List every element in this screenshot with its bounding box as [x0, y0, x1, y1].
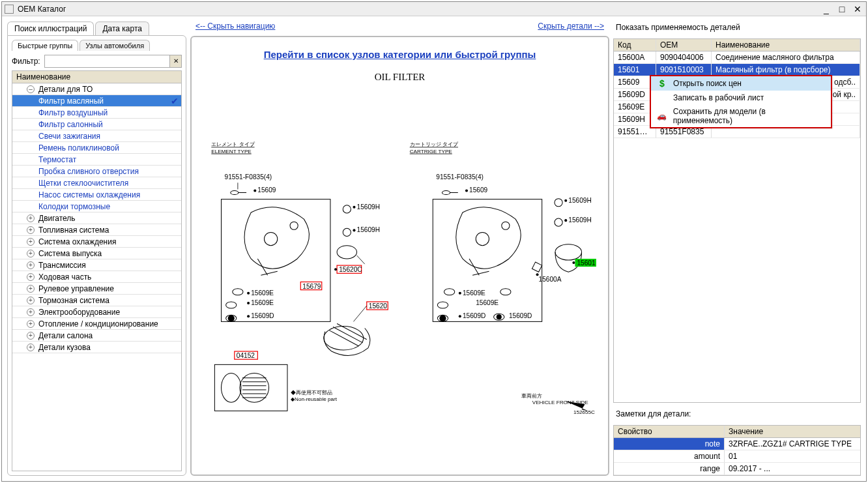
subtab-quick-groups[interactable]: Быстрые группы	[12, 40, 78, 51]
notes-row-selected[interactable]: note 3ZRFAE..ZGZ1# CARTRIGE TYPE	[614, 438, 860, 450]
tree-item-air-filter[interactable]: Фильтр воздушный	[12, 107, 181, 119]
col-oem[interactable]: OEM	[656, 39, 712, 51]
svg-point-45	[459, 292, 461, 295]
app-icon	[5, 5, 14, 14]
expand-icon[interactable]: +	[27, 214, 35, 222]
tree-item-wipers[interactable]: Щетки стеклоочистителя	[12, 177, 181, 189]
svg-point-37	[564, 199, 567, 202]
tree-item-thermostat[interactable]: Термостат	[12, 154, 181, 166]
tree-header: Наименование	[12, 71, 181, 83]
category-list-link[interactable]: Перейти в список узлов категории или быс…	[264, 49, 536, 60]
label-15609E-right-1: 15609E	[463, 289, 485, 297]
tree-group-brakes[interactable]: +Тормозная система	[12, 295, 181, 306]
tree-item-drain-plug[interactable]: Пробка сливного отверстия	[12, 166, 181, 177]
tree-group-transmission[interactable]: +Трансмиссия	[12, 259, 181, 271]
expand-icon[interactable]: +	[27, 273, 35, 281]
svg-line-24	[353, 306, 366, 321]
tree-group-cooling[interactable]: +Система охлаждения	[12, 236, 181, 248]
svg-point-18	[226, 302, 237, 308]
diagram-drawing[interactable]: エレメント タイプ ELEMENT TYPE カートリッジ タイプ CARTRI…	[198, 96, 601, 468]
tree-grid[interactable]: Наименование – Детали для ТО Фильтр масл…	[12, 70, 182, 471]
tree-group-exhaust[interactable]: +Система выпуска	[12, 248, 181, 259]
close-button[interactable]: ✕	[852, 4, 863, 14]
tree-item-label: Фильтр воздушный	[38, 108, 108, 117]
filter-label: Фильтр:	[12, 57, 40, 66]
tree-group-interior[interactable]: +Детали салона	[12, 330, 181, 342]
col-name[interactable]: Наименование	[712, 39, 860, 51]
expand-icon[interactable]: +	[27, 344, 35, 351]
col-code[interactable]: Код	[614, 39, 656, 51]
tree-group-electrical[interactable]: +Электрооборудование	[12, 306, 181, 318]
maximize-button[interactable]: □	[836, 4, 848, 14]
expand-icon[interactable]: +	[27, 320, 35, 328]
hide-nav-link[interactable]: <-- Скрыть навигацию	[195, 22, 275, 31]
menu-open-prices[interactable]: $ Открыть поиск цен	[651, 76, 831, 91]
content-body: Поиск иллюстраций Дата карта Быстрые гру…	[2, 16, 866, 481]
center-panel: <-- Скрыть навигацию Скрыть детали --> П…	[190, 22, 609, 476]
tree-group-engine[interactable]: +Двигатель	[12, 212, 181, 224]
cell-code: 15601	[614, 64, 656, 76]
tab-search-illustrations[interactable]: Поиск иллюстраций	[7, 22, 94, 35]
collapse-icon[interactable]: –	[27, 85, 35, 93]
tree-group-hvac[interactable]: +Отопление / кондиционирование	[12, 318, 181, 330]
svg-point-7	[343, 205, 351, 213]
tree-group-steering[interactable]: +Рулевое управление	[12, 283, 181, 295]
tree-item-cabin-filter[interactable]: Фильтр салонный	[12, 119, 181, 130]
tree-item-brake-pads[interactable]: Колодки тормозные	[12, 201, 181, 212]
expand-icon[interactable]: +	[27, 261, 35, 269]
notes-row[interactable]: range 09.2017 - ...	[614, 463, 860, 475]
svg-point-40	[555, 244, 582, 260]
tree-item-label: Колодки тормозные	[38, 202, 110, 211]
expand-icon[interactable]: +	[27, 226, 35, 234]
note-prop: amount	[614, 450, 725, 462]
tab-date-map[interactable]: Дата карта	[95, 22, 149, 35]
filter-clear-button[interactable]: ✕	[169, 55, 181, 67]
col-property[interactable]: Свойство	[614, 426, 725, 437]
svg-point-39	[564, 219, 567, 222]
tree-group-label: Тормозная система	[38, 296, 109, 305]
tree-group-body[interactable]: +Детали кузова	[12, 342, 181, 353]
notes-row[interactable]: amount 01	[614, 450, 860, 463]
filter-input[interactable]	[45, 55, 169, 67]
label-15609E-left-1: 15609E	[251, 289, 274, 297]
label-15609H-right-2: 15609H	[568, 216, 591, 224]
menu-write-sheet[interactable]: Записать в рабочий лист	[651, 91, 831, 105]
label-15609H-right-1: 15609H	[568, 197, 591, 204]
expand-icon[interactable]: +	[27, 238, 35, 246]
svg-point-8	[353, 206, 355, 209]
label-04152: 04152	[237, 352, 255, 359]
tree-group-label: Рулевое управление	[38, 284, 114, 293]
left-panel: Поиск иллюстраций Дата карта Быстрые гру…	[7, 22, 186, 476]
expand-icon[interactable]: +	[27, 332, 35, 340]
col-value[interactable]: Значение	[725, 426, 860, 437]
svg-point-42	[572, 261, 575, 264]
expand-icon[interactable]: +	[27, 285, 35, 293]
tree-item-belt[interactable]: Ремень поликлиновой	[12, 142, 181, 154]
svg-point-35	[502, 222, 510, 229]
notes-title: Заметки для детали:	[613, 408, 861, 420]
tree-group-service[interactable]: – Детали для ТО	[12, 83, 181, 95]
note-prop: range	[614, 463, 725, 475]
expand-icon[interactable]: +	[27, 250, 35, 257]
table-row[interactable]: 15600A 9090404006 Соединение масляного ф…	[614, 51, 860, 64]
tree-group-chassis[interactable]: +Ходовая часть	[12, 271, 181, 283]
filter-input-wrap: ✕	[44, 55, 182, 68]
tree-group-fuel[interactable]: +Топливная система	[12, 224, 181, 236]
expand-icon[interactable]: +	[27, 308, 35, 316]
tree-item-oil-filter[interactable]: Фильтр масляный ✔	[12, 95, 181, 107]
hide-details-link[interactable]: Скрыть детали -->	[538, 22, 604, 31]
tree-item-spark-plugs[interactable]: Свечи зажигания	[12, 130, 181, 142]
svg-point-46	[500, 289, 511, 295]
expand-icon[interactable]: +	[27, 297, 35, 304]
tree-group-label: Детали салона	[38, 331, 93, 340]
subtab-vehicle-units[interactable]: Узлы автомобиля	[80, 40, 150, 51]
svg-line-12	[357, 256, 365, 264]
tree-item-label: Насос системы охлаждения	[38, 190, 140, 199]
label-15609H-left-1: 15609H	[357, 203, 380, 211]
label-15679: 15679	[302, 283, 321, 290]
svg-point-36	[555, 199, 562, 207]
subhead-left-jp: エレメント タイプ	[211, 141, 255, 147]
tree-item-water-pump[interactable]: Насос системы охлаждения	[12, 189, 181, 201]
menu-save-model[interactable]: 🚗 Сохранить для модели (в применяемость)	[651, 105, 831, 127]
minimize-button[interactable]: _	[820, 4, 832, 14]
